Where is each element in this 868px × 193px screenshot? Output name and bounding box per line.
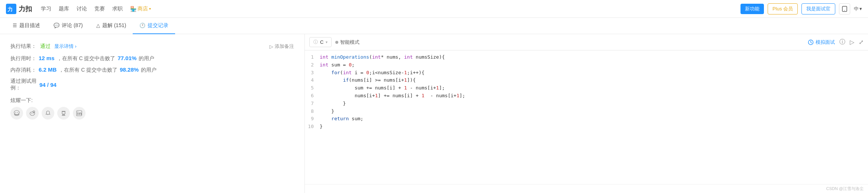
- mock-interview-button[interactable]: 模拟面试: [808, 39, 835, 46]
- lang-dropdown-icon: ▾: [326, 40, 327, 44]
- add-note-button[interactable]: ▷ 添加备注: [270, 43, 294, 50]
- memory-value: 6.2 MB: [39, 66, 57, 73]
- solution-icon: △: [96, 23, 100, 28]
- clock-alt-icon: [808, 39, 814, 45]
- svg-point-18: [78, 112, 78, 112]
- nav-right: 新功能 Plus 会员 我是面试官 中 ▾: [740, 3, 862, 14]
- svg-point-9: [31, 113, 32, 114]
- tab-submissions[interactable]: 🕐 提交记录: [133, 18, 175, 34]
- code-line-8: 8 }: [305, 108, 868, 115]
- nav-links: 学习 题库 讨论 竞赛 求职 🏪 商店 ▾: [41, 6, 151, 12]
- comment-icon: 💬: [54, 23, 59, 28]
- code-line-3: 3 for(int i = 0;i<numsSize-1;i++){: [305, 69, 868, 77]
- tab-solutions[interactable]: △ 题解 (151): [90, 18, 133, 34]
- exec-time-value: 12 ms: [39, 55, 55, 61]
- logo[interactable]: 力 力扣: [6, 4, 32, 14]
- tablet-icon: [842, 6, 848, 12]
- smart-dot-icon: [335, 41, 338, 44]
- lang-chevron-icon: ▾: [859, 6, 862, 12]
- smart-mode-indicator: 智能模式: [335, 39, 359, 46]
- svg-point-4: [14, 111, 19, 115]
- svg-rect-17: [78, 113, 78, 115]
- exec-time-beat: ，在所有 C 提交中击败了: [57, 55, 116, 62]
- svg-point-5: [16, 112, 16, 113]
- wechat-icon: [13, 110, 20, 117]
- lang-select[interactable]: 中 ▾: [854, 6, 862, 12]
- editor-toolbar: ⓘ C ▾ 智能模式 模拟面试 ⓘ ▷ ⤢: [305, 34, 868, 50]
- add-note-icon: ▷: [270, 44, 273, 49]
- memory-row: 内存消耗： 6.2 MB ，在所有 C 提交中击败了 98.28% 的用户: [10, 66, 294, 73]
- memory-suffix: 的用户: [141, 67, 157, 73]
- svg-point-3: [844, 10, 845, 11]
- shop-icon: 🏪: [130, 6, 136, 12]
- code-line-1: 1 int minOperations(int* nums, int numsS…: [305, 53, 868, 61]
- nav-shop[interactable]: 🏪 商店 ▾: [130, 6, 151, 12]
- tab-comments[interactable]: 💬 评论 (87): [47, 18, 90, 34]
- device-icon[interactable]: [839, 3, 850, 14]
- code-line-2: 2 int sum = 0;: [305, 61, 868, 69]
- code-line-6: 6 nums[i+1] += nums[i] + 1 - nums[i+1];: [305, 92, 868, 100]
- svg-point-10: [33, 113, 33, 114]
- svg-rect-11: [62, 111, 65, 112]
- memory-beat: ，在所有 C 提交中击败了: [59, 67, 117, 73]
- code-line-9: 9 return sum;: [305, 115, 868, 123]
- weibo-icon: [29, 110, 36, 117]
- top-nav: 力 力扣 学习 题库 讨论 竞赛 求职 🏪 商店 ▾ 新功能 Plus 会员 我…: [0, 0, 868, 18]
- logo-text: 力扣: [19, 4, 32, 13]
- footer-credit: CSDN @江雪与洛尘: [305, 184, 868, 193]
- wechat-button[interactable]: [10, 107, 23, 120]
- linkedin-button[interactable]: [73, 107, 85, 120]
- test-cases-label: 通过测试用例：: [10, 78, 36, 91]
- info-icon: ⓘ: [313, 39, 318, 45]
- linkedin-icon: [76, 110, 83, 117]
- language-select[interactable]: ⓘ C ▾: [309, 37, 332, 47]
- bell-button[interactable]: [42, 107, 54, 120]
- svg-text:力: 力: [7, 6, 13, 12]
- interview-button[interactable]: 我是面试官: [801, 3, 835, 14]
- nav-jobs[interactable]: 求职: [112, 6, 123, 12]
- new-feature-button[interactable]: 新功能: [740, 4, 764, 14]
- nav-discuss[interactable]: 讨论: [77, 6, 87, 12]
- memory-label: 内存消耗：: [10, 67, 36, 73]
- run-button[interactable]: ▷: [850, 39, 854, 46]
- sub-tabs: ☰ 题目描述 💬 评论 (87) △ 题解 (151) 🕐 提交记录: [0, 18, 868, 34]
- exec-time-label: 执行用时：: [10, 55, 36, 62]
- test-cases-value: 94 / 94: [39, 82, 57, 88]
- share-buttons: [10, 107, 294, 120]
- svg-rect-12: [62, 112, 65, 114]
- language-label: C: [320, 39, 323, 45]
- nav-contest[interactable]: 竞赛: [94, 6, 105, 12]
- exec-time-row: 执行用时： 12 ms ，在所有 C 提交中击败了 77.01% 的用户: [10, 55, 294, 62]
- result-row: 执行结果： 通过 显示详情 › ▷ 添加备注: [10, 43, 294, 50]
- code-line-4: 4 if(nums[i] >= nums[i+1]){: [305, 76, 868, 84]
- code-editor[interactable]: 1 int minOperations(int* nums, int numsS…: [305, 50, 868, 184]
- shop-chevron-icon: ▾: [149, 7, 151, 11]
- memory-pct: 98.28%: [120, 66, 139, 73]
- bell-icon: [45, 110, 51, 117]
- test-cases-row: 通过测试用例： 94 / 94: [10, 78, 294, 91]
- exec-time-suffix: 的用户: [139, 55, 154, 62]
- result-label: 执行结果：: [10, 43, 36, 50]
- nav-problems[interactable]: 题库: [59, 6, 69, 12]
- main-layout: 执行结果： 通过 显示详情 › ▷ 添加备注 执行用时： 12 ms ，在所有 …: [0, 34, 868, 193]
- svg-point-7: [30, 112, 35, 115]
- plus-button[interactable]: Plus 会员: [768, 3, 798, 14]
- svg-rect-2: [842, 6, 847, 12]
- fullscreen-button[interactable]: ⤢: [859, 39, 864, 46]
- left-panel: 执行结果： 通过 显示详情 › ▷ 添加备注 执行用时： 12 ms ，在所有 …: [0, 34, 305, 193]
- tab-description[interactable]: ☰ 题目描述: [6, 18, 47, 34]
- clock-icon: 🕐: [139, 23, 145, 28]
- right-panel: ⓘ C ▾ 智能模式 模拟面试 ⓘ ▷ ⤢: [305, 34, 868, 193]
- logo-icon: 力: [6, 4, 16, 14]
- code-line-5: 5 sum += nums[i] + 1 - nums[i+1];: [305, 84, 868, 92]
- code-line-7: 7 }: [305, 100, 868, 108]
- description-icon: ☰: [13, 23, 17, 28]
- info-button[interactable]: ⓘ: [839, 38, 845, 46]
- nav-learn[interactable]: 学习: [41, 6, 51, 12]
- show-detail-button[interactable]: 显示详情 ›: [54, 43, 77, 50]
- code-line-10: 10 }: [305, 123, 868, 131]
- svg-rect-15: [62, 115, 65, 116]
- douban-button[interactable]: [57, 107, 70, 120]
- weibo-button[interactable]: [26, 107, 39, 120]
- result-pass: 通过: [40, 43, 51, 50]
